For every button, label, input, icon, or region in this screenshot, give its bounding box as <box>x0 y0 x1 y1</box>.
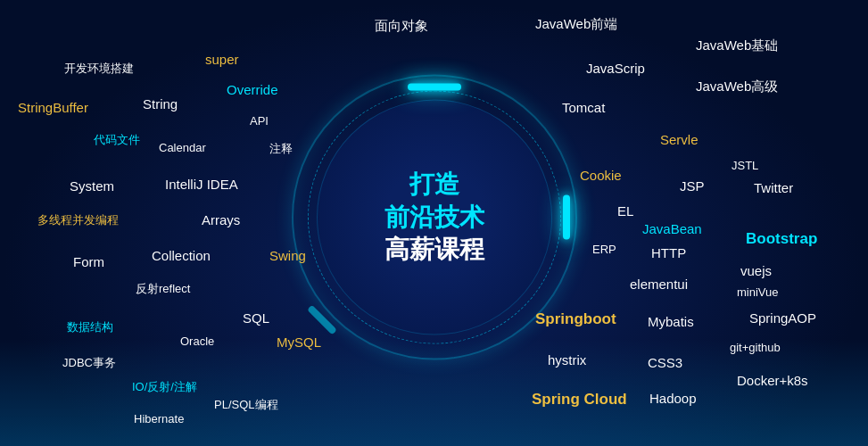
word-fanshereflect: 反射reflect <box>136 281 190 297</box>
word-override: Override <box>227 82 278 97</box>
word-css3: CSS3 <box>648 355 682 370</box>
word-hibernate: Hibernate <box>134 412 184 425</box>
word-string: String <box>143 96 178 112</box>
word-form: Form <box>73 254 104 269</box>
center-line3: 高薪课程 <box>384 234 484 266</box>
word-elementui: elementui <box>630 277 688 292</box>
word-javabean: JavaBean <box>642 221 702 236</box>
word-duoxian-bianbian: 多线程并发编程 <box>37 212 119 228</box>
word-sql: SQL <box>243 310 269 326</box>
word-minivue: miniVue <box>737 285 778 299</box>
word-tomcat: Tomcat <box>562 100 605 115</box>
word-collection: Collection <box>152 248 211 263</box>
word-spring-cloud: Spring Cloud <box>532 391 627 409</box>
word-hystrix: hystrix <box>548 352 586 368</box>
word-git-github: git+github <box>730 341 781 354</box>
word-plsql-biancheng: PL/SQL编程 <box>214 397 278 413</box>
word-mysql: MySQL <box>277 334 321 350</box>
word-el: EL <box>617 203 633 219</box>
word-jsp: JSP <box>680 178 705 194</box>
word-jdbc-shiwu: JDBC事务 <box>62 355 116 371</box>
word-intellij-idea: IntelliJ IDEA <box>165 177 238 192</box>
word-http: HTTP <box>651 245 686 260</box>
word-swing: Swing <box>269 248 306 263</box>
word-daima-wenjian: 代码文件 <box>94 132 140 148</box>
circle-container: 打造 前沿技术 高薪课程 <box>292 75 577 360</box>
word-bootstrap: Bootstrap <box>746 230 817 248</box>
word-mianxiangduixiang: 面向对象 <box>375 18 428 35</box>
word-shujujiegou: 数据结构 <box>67 319 113 335</box>
word-calendar: Calendar <box>159 141 206 154</box>
word-arrays: Arrays <box>202 212 240 227</box>
word-erp: ERP <box>592 243 616 256</box>
center-line1: 打造 <box>409 169 459 201</box>
word-javaweb-frontend: JavaWeb前端 <box>535 16 617 33</box>
word-super: super <box>205 52 239 67</box>
word-javascript: JavaScrip <box>586 61 645 76</box>
word-system: System <box>70 178 114 194</box>
word-io-fanshe: IO/反射/注解 <box>132 379 197 395</box>
word-hadoop: Hadoop <box>649 391 697 406</box>
word-twitter: Twitter <box>754 180 793 195</box>
word-springaop: SpringAOP <box>749 310 816 326</box>
word-stringbuffer: StringBuffer <box>18 100 88 115</box>
word-vuejs: vuejs <box>740 263 772 278</box>
word-servle: Servle <box>660 132 699 147</box>
word-oracle: Oracle <box>180 334 214 348</box>
word-springboot: Springboot <box>535 310 616 328</box>
word-api: API <box>250 114 269 128</box>
word-jstl: JSTL <box>732 159 758 172</box>
center-line2: 前沿技术 <box>384 201 484 233</box>
word-docker-k8s: Docker+k8s <box>737 373 808 388</box>
word-zhushi: 注释 <box>269 141 293 157</box>
word-javaweb-basic: JavaWeb基础 <box>696 37 778 54</box>
word-cookie: Cookie <box>580 168 622 183</box>
word-kaifa-jianshe: 开发环境搭建 <box>64 61 134 77</box>
word-mybatis: Mybatis <box>648 314 694 329</box>
word-javaweb-advanced: JavaWeb高级 <box>696 78 778 95</box>
center-text: 打造 前沿技术 高薪课程 <box>292 75 577 360</box>
